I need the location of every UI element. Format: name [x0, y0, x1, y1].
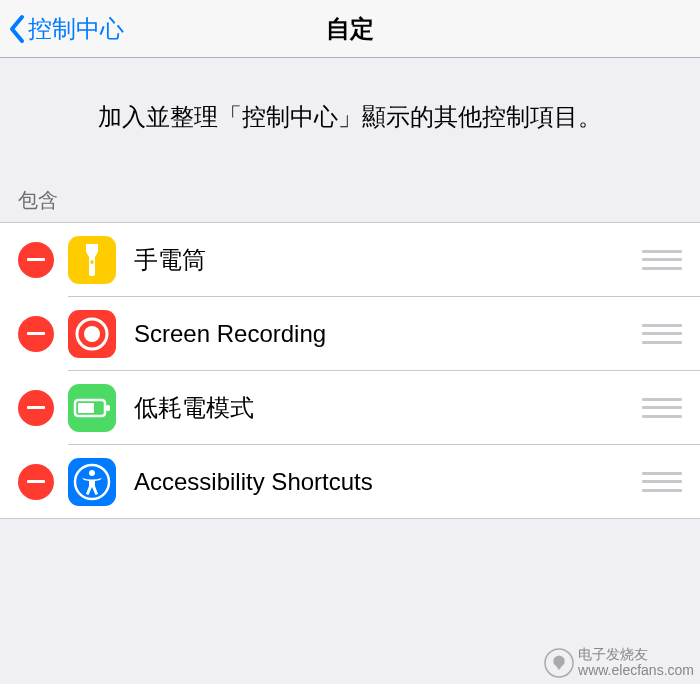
navigation-bar: 控制中心 自定 — [0, 0, 700, 58]
back-label: 控制中心 — [28, 13, 124, 45]
row-label: Screen Recording — [134, 320, 642, 348]
svg-point-2 — [84, 326, 100, 342]
list-item: 低耗電模式 — [0, 371, 700, 445]
description-section: 加入並整理「控制中心」顯示的其他控制項目。 — [0, 58, 700, 177]
flashlight-icon — [68, 236, 116, 284]
remove-button[interactable] — [18, 316, 54, 352]
section-header-included: 包含 — [0, 177, 700, 222]
watermark-line1: 电子发烧友 — [578, 647, 694, 662]
drag-handle-icon[interactable] — [642, 324, 682, 344]
drag-handle-icon[interactable] — [642, 398, 682, 418]
row-label: Accessibility Shortcuts — [134, 468, 642, 496]
watermark: 电子发烧友 www.elecfans.com — [544, 647, 694, 678]
svg-rect-5 — [78, 403, 94, 413]
remove-button[interactable] — [18, 464, 54, 500]
back-button[interactable]: 控制中心 — [8, 13, 124, 45]
chevron-left-icon — [8, 14, 26, 44]
drag-handle-icon[interactable] — [642, 472, 682, 492]
remove-button[interactable] — [18, 390, 54, 426]
list-item: 手電筒 — [0, 223, 700, 297]
list-item: Screen Recording — [0, 297, 700, 371]
list-item: Accessibility Shortcuts — [0, 445, 700, 519]
row-label: 低耗電模式 — [134, 392, 642, 424]
svg-point-7 — [89, 470, 95, 476]
low-power-mode-icon — [68, 384, 116, 432]
row-label: 手電筒 — [134, 244, 642, 276]
svg-rect-4 — [106, 405, 110, 411]
included-list: 手電筒 Screen Recording 低耗電模式 — [0, 222, 700, 519]
description-text: 加入並整理「控制中心」顯示的其他控制項目。 — [30, 100, 670, 135]
screen-recording-icon — [68, 310, 116, 358]
watermark-logo-icon — [544, 648, 574, 678]
watermark-line2: www.elecfans.com — [578, 663, 694, 678]
drag-handle-icon[interactable] — [642, 250, 682, 270]
accessibility-icon — [68, 458, 116, 506]
svg-rect-0 — [91, 260, 94, 264]
remove-button[interactable] — [18, 242, 54, 278]
page-title: 自定 — [326, 13, 374, 45]
